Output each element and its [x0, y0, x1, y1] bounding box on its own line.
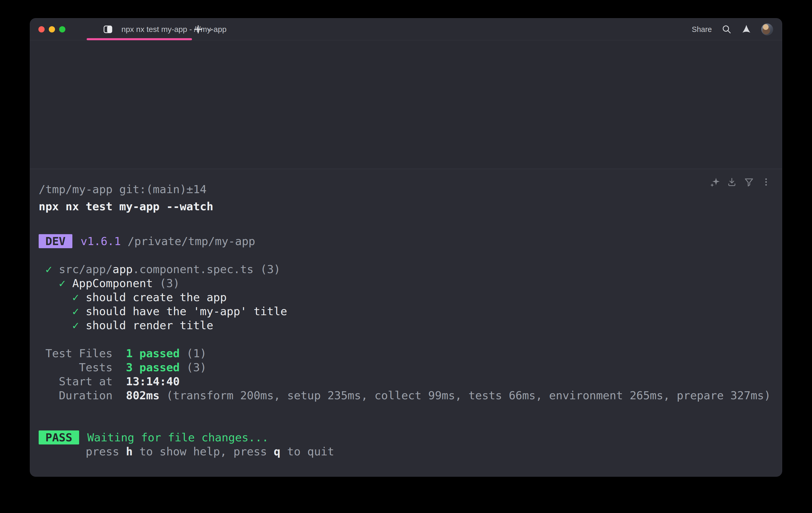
terminal-text-segment: 1 passed: [126, 347, 180, 360]
terminal-text-segment: press: [39, 445, 126, 458]
terminal-line: [39, 416, 772, 430]
scrollback-pane: [30, 40, 782, 169]
titlebar: npx nx test my-app - /t/my-app Share: [30, 19, 782, 40]
terminal-line: [39, 402, 772, 416]
terminal-line: Start at 13:14:40: [39, 374, 772, 388]
terminal-text-segment: Waiting for file changes...: [87, 431, 268, 444]
terminal-line: npx nx test my-app --watch: [39, 199, 772, 213]
terminal-text-segment: [74, 235, 81, 248]
terminal-text-segment: 802ms: [126, 389, 160, 402]
terminal-text-segment: (3): [153, 277, 180, 290]
terminal-text-segment: to show help, press: [133, 445, 274, 458]
terminal-line: Tests 3 passed (3): [39, 360, 772, 374]
minimize-button[interactable]: [49, 26, 55, 32]
terminal-text-segment: should render title: [86, 319, 213, 332]
terminal-text-segment: 3 passed: [126, 361, 180, 374]
terminal-text-segment: ✓: [39, 305, 86, 318]
download-icon[interactable]: [727, 177, 737, 187]
search-icon[interactable]: [722, 24, 732, 34]
terminal-text-segment: ✓: [39, 319, 86, 332]
terminal-text-segment: Test Files: [39, 347, 126, 360]
terminal-text-segment: .component.spec.ts: [133, 263, 254, 276]
terminal-text-segment: q: [274, 445, 281, 458]
terminal-line: DEV v1.6.1 /private/tmp/my-app: [39, 234, 772, 248]
maximize-button[interactable]: [59, 26, 65, 32]
terminal-text-segment: Tests: [39, 361, 126, 374]
terminal-text-segment: ✓: [39, 291, 86, 304]
user-avatar[interactable]: [761, 23, 773, 35]
terminal-text-segment: ✓: [39, 277, 72, 290]
warp-logo-icon[interactable]: [742, 24, 751, 34]
terminal-text-segment: (3): [180, 361, 207, 374]
terminal-line: [39, 248, 772, 262]
terminal-text-segment: ✓: [39, 263, 59, 276]
close-button[interactable]: [38, 26, 45, 32]
terminal-text-segment: (3): [254, 263, 281, 276]
terminal-text-segment: should have the 'my-app' title: [86, 305, 287, 318]
pass-badge: PASS: [39, 430, 79, 444]
terminal-text-segment: Start at: [39, 375, 126, 388]
terminal-text-segment: /private/tmp/my-app: [121, 235, 255, 248]
sparkles-icon[interactable]: [710, 177, 720, 187]
terminal-output: /tmp/my-app git:(main)±14npx nx test my-…: [39, 182, 772, 458]
traffic-lights: [38, 26, 65, 32]
terminal-text-segment: (transform 200ms, setup 235ms, collect 9…: [160, 389, 771, 402]
terminal-text-segment: /tmp/my-app git:(main)±14: [39, 183, 206, 196]
terminal-text-segment: app: [113, 263, 133, 276]
terminal-window: npx nx test my-app - /t/my-app Share: [30, 18, 782, 477]
terminal-line: ✓ AppComponent (3): [39, 276, 772, 290]
terminal-line: Test Files 1 passed (1): [39, 346, 772, 360]
terminal-text-segment: [81, 431, 87, 444]
terminal-line: ✓ should create the app: [39, 290, 772, 304]
terminal-text-segment: Duration: [39, 389, 126, 402]
terminal-text-segment: (1): [180, 347, 207, 360]
command-block: /tmp/my-app git:(main)±14npx nx test my-…: [30, 169, 782, 477]
terminal-text-segment: should create the app: [86, 291, 227, 304]
terminal-line: PASS Waiting for file changes...: [39, 430, 772, 444]
terminal-text-segment: AppComponent: [72, 277, 153, 290]
terminal-text-segment: npx nx test my-app --watch: [39, 200, 213, 213]
block-toolbar: [710, 177, 771, 187]
terminal-text-segment: to quit: [281, 445, 334, 458]
terminal-line: ✓ src/app/app.component.spec.ts (3): [39, 262, 772, 276]
terminal-line: [39, 213, 772, 227]
filter-icon[interactable]: [744, 177, 754, 187]
terminal-line: ✓ should have the 'my-app' title: [39, 304, 772, 318]
dev-badge: DEV: [39, 234, 72, 248]
terminal-text-segment: src/app/: [59, 263, 113, 276]
terminal-line: Duration 802ms (transform 200ms, setup 2…: [39, 388, 772, 402]
terminal-text-segment: 13:14:40: [126, 375, 180, 388]
terminal-line: /tmp/my-app git:(main)±14: [39, 182, 772, 196]
terminal-line: [39, 332, 772, 346]
new-tab-button[interactable]: [192, 23, 204, 35]
chevron-down-icon[interactable]: [207, 27, 213, 33]
terminal-text-segment: h: [126, 445, 133, 458]
terminal-line: ✓ should render title: [39, 318, 772, 332]
kebab-menu-icon[interactable]: [761, 177, 771, 187]
share-button[interactable]: Share: [692, 25, 712, 34]
tab-panes-icon: [103, 25, 113, 34]
active-tab-underline: [87, 38, 192, 40]
terminal-line: press h to show help, press q to quit: [39, 444, 772, 458]
terminal-text-segment: v1.6.1: [81, 235, 121, 248]
